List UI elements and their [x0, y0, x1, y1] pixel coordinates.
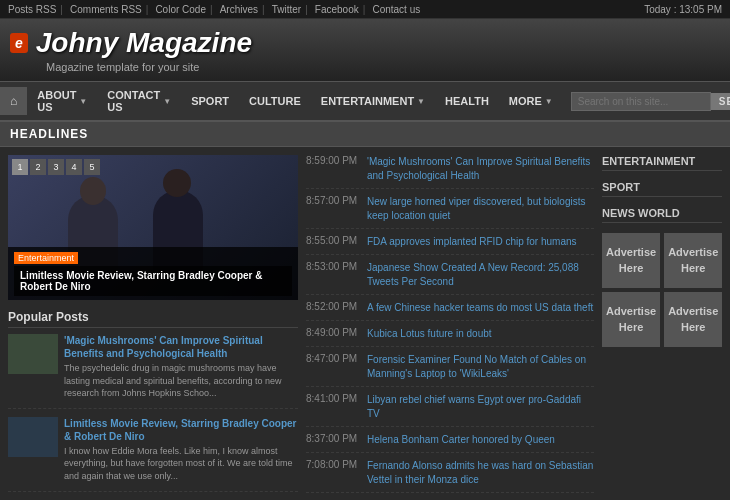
news-time-9: 8:37:00 PM [306, 433, 361, 447]
nav-health[interactable]: HEALTH [435, 88, 499, 114]
search-button[interactable]: SEARCH [711, 93, 730, 110]
sidebar-sport-title: SPORT [602, 181, 722, 197]
facebook-link[interactable]: Facebook [315, 4, 366, 15]
popular-post-1-content: 'Magic Mushrooms' Can Improve Spiritual … [64, 334, 298, 400]
news-item-6: 8:49:00 PM Kubica Lotus future in doubt [306, 327, 594, 347]
twitter-link[interactable]: Twitter [272, 4, 308, 15]
news-title-5[interactable]: A few Chinese hacker teams do most US da… [367, 301, 593, 315]
left-column: 1 2 3 4 5 Entertainment Limitless Movie … [8, 155, 298, 500]
news-item-9: 8:37:00 PM Helena Bonham Carter honored … [306, 433, 594, 453]
nav-sport[interactable]: SPORT [181, 88, 239, 114]
news-item-2: 8:57:00 PM New large horned viper discov… [306, 195, 594, 229]
ad-box-1[interactable]: Advertise Here [602, 233, 660, 288]
dot-2[interactable]: 2 [30, 159, 46, 175]
sidebar-news-world: NEWS WORLD [602, 207, 722, 223]
news-item-5: 8:52:00 PM A few Chinese hacker teams do… [306, 301, 594, 321]
popular-posts-title: Popular Posts [8, 310, 298, 328]
news-item-1: 8:59:00 PM 'Magic Mushrooms' Can Improve… [306, 155, 594, 189]
header: e Johny Magazine Magazine template for y… [0, 19, 730, 81]
news-item-10: 7:08:00 PM Fernando Alonso admits he was… [306, 459, 594, 493]
figure-head-2 [163, 169, 191, 197]
news-item-3: 8:55:00 PM FDA approves implanted RFID c… [306, 235, 594, 255]
nav-culture[interactable]: CULTURE [239, 88, 311, 114]
dot-5[interactable]: 5 [84, 159, 100, 175]
news-time-4: 8:53:00 PM [306, 261, 361, 289]
news-time-3: 8:55:00 PM [306, 235, 361, 249]
ad-grid: Advertise Here Advertise Here Advertise … [602, 233, 722, 347]
headlines-label: HEADLINES [10, 127, 88, 141]
ad-box-4[interactable]: Advertise Here [664, 292, 722, 347]
news-title-9[interactable]: Helena Bonham Carter honored by Queen [367, 433, 555, 447]
dot-3[interactable]: 3 [48, 159, 64, 175]
news-title-1[interactable]: 'Magic Mushrooms' Can Improve Spiritual … [367, 155, 594, 183]
popular-post-2-thumb [8, 417, 58, 457]
news-time-6: 8:49:00 PM [306, 327, 361, 341]
ad-box-2[interactable]: Advertise Here [664, 233, 722, 288]
figure-head-1 [80, 177, 106, 205]
more-dropdown-arrow: ▼ [545, 97, 553, 106]
top-bar: Posts RSS Comments RSS Color Code Archiv… [0, 0, 730, 19]
news-time-1: 8:59:00 PM [306, 155, 361, 183]
top-links: Posts RSS Comments RSS Color Code Archiv… [8, 3, 428, 15]
archives-link[interactable]: Archives [220, 4, 265, 15]
nav-home[interactable]: ⌂ [0, 87, 27, 115]
news-time-8: 8:41:00 PM [306, 393, 361, 421]
popular-post-1: 'Magic Mushrooms' Can Improve Spiritual … [8, 334, 298, 409]
middle-column: 8:59:00 PM 'Magic Mushrooms' Can Improve… [306, 155, 594, 500]
news-title-3[interactable]: FDA approves implanted RFID chip for hum… [367, 235, 577, 249]
nav-more[interactable]: MORE ▼ [499, 88, 563, 114]
news-title-2[interactable]: New large horned viper discovered, but b… [367, 195, 594, 223]
news-time-7: 8:47:00 PM [306, 353, 361, 381]
color-code-link[interactable]: Color Code [155, 4, 212, 15]
headlines-bar: HEADLINES [0, 122, 730, 147]
news-title-6[interactable]: Kubica Lotus future in doubt [367, 327, 492, 341]
nav-entertainment[interactable]: ENTERTAINMENT ▼ [311, 88, 435, 114]
popular-post-1-text: The psychedelic drug in magic mushrooms … [64, 362, 298, 400]
popular-post-2-title[interactable]: Limitless Movie Review, Starring Bradley… [64, 417, 298, 443]
sidebar-entertainment: ENTERTAINMENT [602, 155, 722, 171]
ad-box-3[interactable]: Advertise Here [602, 292, 660, 347]
slideshow-caption-area: Entertainment Limitless Movie Review, St… [8, 247, 298, 300]
dot-4[interactable]: 4 [66, 159, 82, 175]
main-content: 1 2 3 4 5 Entertainment Limitless Movie … [0, 147, 730, 500]
popular-post-2: Limitless Movie Review, Starring Bradley… [8, 417, 298, 492]
news-title-10[interactable]: Fernando Alonso admits he was hard on Se… [367, 459, 594, 487]
slideshow-caption: Limitless Movie Review, Starring Bradley… [14, 266, 292, 296]
contact-link[interactable]: Contact us [372, 4, 424, 15]
navigation: ⌂ ABOUT US ▼ CONTACT US ▼ SPORT CULTURE … [0, 81, 730, 122]
dot-1[interactable]: 1 [12, 159, 28, 175]
popular-post-2-text: I know how Eddie Mora feels. Like him, I… [64, 445, 298, 483]
news-item-4: 8:53:00 PM Japanese Show Created A New R… [306, 261, 594, 295]
slideshow: 1 2 3 4 5 Entertainment Limitless Movie … [8, 155, 298, 300]
search-input[interactable] [571, 92, 711, 111]
news-time-5: 8:52:00 PM [306, 301, 361, 315]
contact-dropdown-arrow: ▼ [163, 97, 171, 106]
site-tagline: Magazine template for your site [46, 61, 252, 73]
slideshow-image: 1 2 3 4 5 Entertainment Limitless Movie … [8, 155, 298, 300]
slideshow-dots: 1 2 3 4 5 [12, 159, 100, 175]
news-title-7[interactable]: Forensic Examiner Found No Match of Cabl… [367, 353, 594, 381]
popular-post-1-title[interactable]: 'Magic Mushrooms' Can Improve Spiritual … [64, 334, 298, 360]
news-item-7: 8:47:00 PM Forensic Examiner Found No Ma… [306, 353, 594, 387]
slideshow-category-label: Entertainment [14, 252, 78, 264]
about-dropdown-arrow: ▼ [79, 97, 87, 106]
logo-icon: e [10, 33, 28, 53]
right-column: ENTERTAINMENT SPORT NEWS WORLD Advertise… [602, 155, 722, 500]
search-container: SEARCH [563, 88, 730, 115]
popular-posts: Popular Posts 'Magic Mushrooms' Can Impr… [8, 310, 298, 500]
news-item-8: 8:41:00 PM Libyan rebel chief warns Egyp… [306, 393, 594, 427]
entertainment-dropdown-arrow: ▼ [417, 97, 425, 106]
news-title-4[interactable]: Japanese Show Created A New Record: 25,0… [367, 261, 594, 289]
news-title-8[interactable]: Libyan rebel chief warns Egypt over pro-… [367, 393, 594, 421]
nav-about[interactable]: ABOUT US ▼ [27, 82, 97, 120]
sidebar-news-world-title: NEWS WORLD [602, 207, 722, 223]
site-title: Johny Magazine [36, 27, 252, 59]
sidebar-entertainment-title: ENTERTAINMENT [602, 155, 722, 171]
nav-contact[interactable]: CONTACT US ▼ [97, 82, 181, 120]
news-time-2: 8:57:00 PM [306, 195, 361, 223]
popular-post-2-content: Limitless Movie Review, Starring Bradley… [64, 417, 298, 483]
posts-rss-link[interactable]: Posts RSS [8, 4, 63, 15]
comments-rss-link[interactable]: Comments RSS [70, 4, 148, 15]
popular-post-1-thumb [8, 334, 58, 374]
sidebar-sport: SPORT [602, 181, 722, 197]
